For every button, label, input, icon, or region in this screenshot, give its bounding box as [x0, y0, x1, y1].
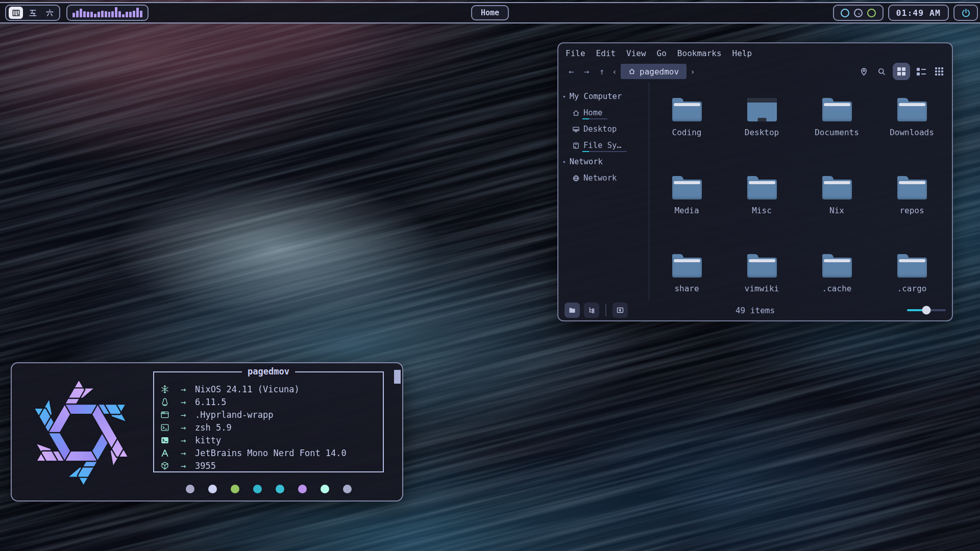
icon-view-button[interactable] — [893, 63, 910, 80]
visualizer-bar — [108, 12, 111, 18]
terminal-icon — [160, 436, 172, 445]
up-button[interactable]: ↑ — [594, 66, 609, 77]
home-icon — [572, 109, 580, 117]
folder-icon — [897, 98, 927, 121]
sidebar-item-label: Desktop — [583, 124, 617, 134]
sidebar-item-desktop[interactable]: Desktop — [558, 121, 649, 137]
folder-share[interactable]: share — [649, 254, 724, 300]
fetch-value: 6.11.5 — [195, 397, 226, 407]
palette-dot — [343, 485, 352, 493]
visualizer-bar — [94, 14, 96, 17]
location-pin-icon[interactable] — [857, 65, 870, 78]
cyan-ring[interactable] — [841, 9, 849, 17]
forward-button[interactable]: → — [579, 66, 594, 77]
search-icon[interactable] — [875, 65, 888, 78]
folder-icon — [747, 176, 777, 199]
fetch-value: kitty — [195, 435, 221, 445]
fetch-value: NixOS 24.11 (Vicuna) — [195, 384, 300, 394]
filesystem-icon — [572, 142, 580, 149]
folder-repos[interactable]: repos — [874, 176, 949, 254]
folder-desktop[interactable]: Desktop — [724, 98, 799, 176]
sidebar-item-filesy[interactable]: File Sy… — [558, 137, 649, 154]
fetch-row: →kitty — [160, 434, 383, 446]
zoom-slider[interactable] — [907, 309, 946, 311]
back-button[interactable]: ← — [564, 66, 579, 77]
folder-misc[interactable]: Misc — [724, 176, 799, 254]
audio-visualizer — [66, 5, 149, 21]
terminal-window: pagedmov →NixOS 24.11 (Vicuna)→6.11.5→.H… — [11, 362, 403, 502]
top-bar-right: 01:49 AM — [833, 5, 978, 21]
font-icon — [160, 448, 172, 458]
fetch-row: →3955 — [160, 459, 383, 472]
active-window-label: Home — [481, 8, 499, 17]
arrow-icon: → — [172, 461, 195, 471]
folder-cargo[interactable]: .cargo — [874, 254, 949, 300]
sidebar-item-label: File Sy… — [583, 141, 622, 151]
list-view-button[interactable] — [915, 65, 928, 78]
folder-documents[interactable]: Documents — [799, 98, 874, 176]
workspace-switcher — [5, 5, 60, 21]
directory-tree-button[interactable] — [584, 303, 599, 318]
palette-dot — [321, 485, 329, 493]
visualizer-bar — [115, 7, 117, 17]
menu-go[interactable]: Go — [657, 48, 667, 58]
show-files-button[interactable] — [565, 303, 580, 318]
folder-label: share — [674, 284, 699, 293]
visualizer-bar — [87, 12, 89, 17]
folder-vimwiki[interactable]: vimwiki — [724, 254, 799, 300]
desktop-icon — [572, 126, 580, 133]
palette-dot — [208, 485, 217, 493]
workspace-button-五[interactable] — [26, 7, 40, 19]
path-segment-button[interactable]: pagedmov — [621, 64, 687, 79]
sidebar-section-my-computer[interactable]: ▾My Computer — [558, 88, 649, 105]
path-scroll-right-icon[interactable]: › — [688, 67, 698, 77]
folder-downloads[interactable]: Downloads — [874, 98, 949, 176]
menu-help[interactable]: Help — [732, 48, 752, 58]
collapse-triangle-icon[interactable]: ▾ — [562, 93, 566, 100]
desktop-monitor-icon — [747, 98, 777, 121]
visualizer-bar — [101, 11, 104, 17]
file-manager-body: ▾My ComputerHomeDesktopFile Sy…▾NetworkN… — [558, 82, 952, 300]
folder-nix[interactable]: Nix — [799, 176, 874, 254]
power-icon — [961, 8, 971, 18]
menu-file[interactable]: File — [566, 48, 585, 58]
menu-bookmarks[interactable]: Bookmarks — [677, 48, 722, 58]
folder-icon — [822, 98, 852, 121]
folder-media[interactable]: Media — [649, 176, 724, 254]
menu-view[interactable]: View — [626, 48, 646, 58]
sidebar-item-home[interactable]: Home — [558, 105, 649, 121]
folder-icon — [672, 98, 702, 121]
sidebar-section-network[interactable]: ▾Network — [558, 154, 649, 170]
visualizer-bar — [97, 12, 100, 18]
arrow-icon: → — [172, 410, 195, 420]
folder-icon — [747, 254, 777, 278]
folder-cache[interactable]: .cache — [799, 254, 874, 300]
folder-label: .cache — [822, 284, 852, 293]
green-ring[interactable] — [867, 9, 876, 17]
power-button[interactable] — [953, 5, 978, 21]
sidebar-section-label: My Computer — [570, 92, 622, 101]
folder-icon — [672, 254, 702, 278]
path-scroll-left-icon[interactable]: ‹ — [609, 67, 620, 77]
lavender-ring[interactable] — [854, 9, 863, 17]
sidebar-item-network[interactable]: Network — [558, 170, 649, 186]
zoom-slider-handle[interactable] — [922, 306, 931, 315]
folder-label: Documents — [815, 128, 859, 137]
workspace-button-四[interactable] — [9, 7, 23, 19]
menu-edit[interactable]: Edit — [596, 48, 616, 58]
visualizer-bar — [133, 11, 135, 17]
visualizer-bar — [105, 11, 107, 17]
toggle-sidepane-button[interactable] — [612, 303, 628, 318]
collapse-triangle-icon[interactable]: ▾ — [562, 159, 566, 165]
sidebar-section-label: Network — [570, 157, 603, 166]
visualizer-bar — [126, 12, 128, 17]
visualizer-bar — [83, 11, 86, 17]
workspace-button-六[interactable] — [42, 7, 57, 19]
fetch-value: JetBrains Mono Nerd Font 14.0 — [195, 448, 347, 458]
folder-coding[interactable]: Coding — [649, 98, 724, 176]
clock: 01:49 AM — [888, 5, 949, 21]
compact-view-button[interactable] — [933, 65, 946, 78]
folder-label: Misc — [752, 206, 772, 215]
visualizer-bar — [90, 12, 93, 17]
home-icon — [628, 68, 635, 75]
